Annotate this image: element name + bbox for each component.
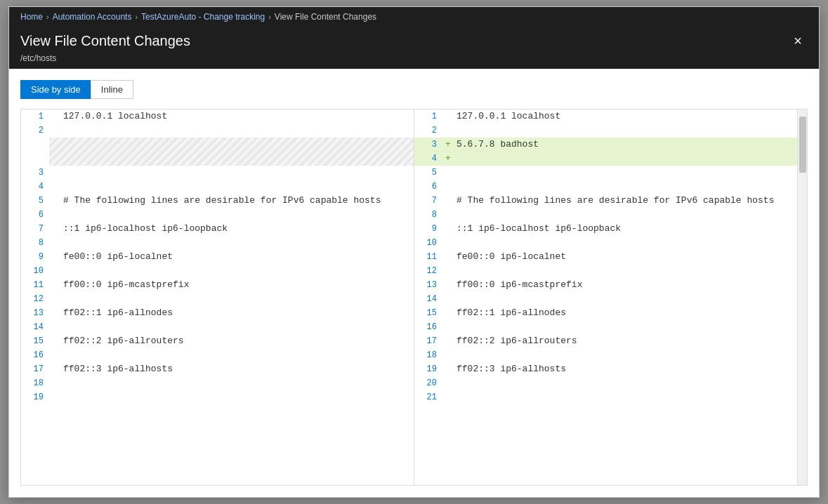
modal-title: View File Content Changes bbox=[20, 33, 190, 49]
line-marker bbox=[49, 180, 60, 194]
line-marker bbox=[442, 180, 454, 194]
line-content bbox=[454, 180, 797, 194]
diff-line: 16 bbox=[414, 320, 797, 334]
line-number: 20 bbox=[414, 376, 442, 390]
line-marker bbox=[49, 236, 60, 250]
line-marker bbox=[442, 264, 454, 278]
breadcrumb-change-tracking[interactable]: TestAzureAuto - Change tracking bbox=[141, 12, 265, 22]
line-number: 21 bbox=[414, 390, 442, 404]
breadcrumb: Home › Automation Accounts › TestAzureAu… bbox=[20, 7, 808, 27]
line-content bbox=[60, 124, 414, 138]
breadcrumb-sep-3: › bbox=[268, 13, 271, 21]
diff-container: 1127.0.0.1 localhost2345# The following … bbox=[20, 109, 808, 486]
diff-line: 19 bbox=[21, 390, 414, 404]
line-content: ff02::1 ip6-allnodes bbox=[454, 306, 797, 320]
diff-line: 14 bbox=[414, 292, 797, 306]
line-marker bbox=[442, 208, 454, 222]
line-number: 7 bbox=[414, 194, 442, 208]
close-button[interactable]: × bbox=[788, 31, 808, 51]
hatch-pattern bbox=[49, 138, 414, 166]
line-number: 12 bbox=[414, 264, 442, 278]
line-number: 1 bbox=[21, 110, 49, 124]
line-number: 5 bbox=[21, 194, 49, 208]
breadcrumb-home[interactable]: Home bbox=[20, 12, 43, 22]
diff-line: 12 bbox=[21, 292, 414, 306]
line-number: 15 bbox=[414, 306, 442, 320]
line-marker bbox=[49, 348, 60, 362]
line-content: ::1 ip6-localhost ip6-loopback bbox=[454, 222, 797, 236]
diff-line: 3 bbox=[21, 166, 414, 180]
line-number: 3 bbox=[21, 166, 49, 180]
diff-line: 17ff02::2 ip6-allrouters bbox=[414, 334, 797, 348]
line-marker bbox=[442, 250, 454, 264]
line-number: 19 bbox=[21, 390, 49, 404]
line-number: 14 bbox=[414, 292, 442, 306]
line-content bbox=[60, 376, 414, 390]
diff-line: 7# The following lines are desirable for… bbox=[414, 194, 797, 208]
tab-side-by-side[interactable]: Side by side bbox=[20, 80, 91, 99]
diff-line: 4+ bbox=[414, 152, 797, 166]
line-number: 6 bbox=[21, 208, 49, 222]
modal: Home › Automation Accounts › TestAzureAu… bbox=[8, 6, 820, 498]
line-number: 9 bbox=[414, 222, 442, 236]
line-number: 1 bbox=[414, 110, 442, 124]
diff-pane-right[interactable]: 1127.0.0.1 localhost23+5.6.7.8 badhost4+… bbox=[414, 110, 797, 485]
breadcrumb-sep-1: › bbox=[46, 13, 49, 21]
line-marker bbox=[442, 110, 454, 124]
diff-line: 13ff02::1 ip6-allnodes bbox=[21, 306, 414, 320]
modal-subtitle: /etc/hosts bbox=[20, 53, 808, 69]
diff-line: 2 bbox=[21, 124, 414, 138]
line-number: 4 bbox=[21, 180, 49, 194]
line-marker bbox=[49, 278, 60, 292]
line-number: 17 bbox=[21, 362, 49, 376]
line-number: 2 bbox=[21, 124, 49, 138]
diff-line: 5# The following lines are desirable for… bbox=[21, 194, 414, 208]
line-marker bbox=[49, 124, 60, 138]
line-marker bbox=[49, 376, 60, 390]
line-marker bbox=[49, 110, 60, 124]
diff-line: 18 bbox=[21, 376, 414, 390]
line-number: 3 bbox=[414, 138, 442, 152]
line-content bbox=[60, 236, 414, 250]
line-content bbox=[454, 292, 797, 306]
line-number: 7 bbox=[21, 222, 49, 236]
line-content bbox=[60, 390, 414, 404]
line-content bbox=[454, 152, 797, 166]
line-marker bbox=[442, 306, 454, 320]
line-content: ff02::3 ip6-allhosts bbox=[60, 362, 414, 376]
line-number: 18 bbox=[414, 348, 442, 362]
diff-line: 20 bbox=[414, 376, 797, 390]
line-marker bbox=[49, 264, 60, 278]
line-content: 127.0.0.1 localhost bbox=[60, 110, 414, 124]
diff-line: 13ff00::0 ip6-mcastprefix bbox=[414, 278, 797, 292]
scrollbar-track[interactable] bbox=[797, 110, 807, 485]
scrollbar-thumb[interactable] bbox=[799, 117, 806, 173]
line-marker bbox=[442, 348, 454, 362]
diff-line: 7::1 ip6-localhost ip6-loopback bbox=[21, 222, 414, 236]
line-marker bbox=[49, 390, 60, 404]
diff-pane-left[interactable]: 1127.0.0.1 localhost2345# The following … bbox=[21, 110, 414, 485]
line-content bbox=[60, 348, 414, 362]
line-content bbox=[60, 264, 414, 278]
line-content bbox=[454, 320, 797, 334]
modal-title-row: View File Content Changes × bbox=[20, 27, 808, 53]
line-content bbox=[454, 166, 797, 180]
diff-line: 1127.0.0.1 localhost bbox=[414, 110, 797, 124]
line-marker bbox=[442, 320, 454, 334]
line-marker bbox=[442, 362, 454, 376]
line-content bbox=[454, 124, 797, 138]
line-content bbox=[60, 208, 414, 222]
tab-inline[interactable]: Inline bbox=[91, 80, 133, 99]
line-number: 11 bbox=[414, 250, 442, 264]
diff-line: 5 bbox=[414, 166, 797, 180]
diff-line: 9::1 ip6-localhost ip6-loopback bbox=[414, 222, 797, 236]
line-number bbox=[21, 138, 49, 166]
breadcrumb-automation[interactable]: Automation Accounts bbox=[53, 12, 132, 22]
line-marker bbox=[49, 362, 60, 376]
line-marker bbox=[442, 166, 454, 180]
line-content bbox=[454, 236, 797, 250]
diff-line: 17ff02::3 ip6-allhosts bbox=[21, 362, 414, 376]
diff-line: 6 bbox=[414, 180, 797, 194]
line-content: # The following lines are desirable for … bbox=[454, 194, 797, 208]
diff-line: 1127.0.0.1 localhost bbox=[21, 110, 414, 124]
